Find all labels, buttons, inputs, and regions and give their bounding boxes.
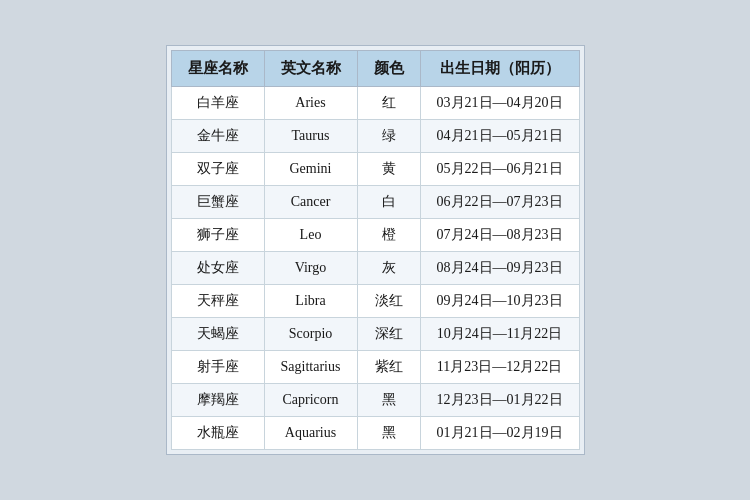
- cell-dates: 10月24日—11月22日: [420, 318, 579, 351]
- cell-dates: 03月21日—04月20日: [420, 87, 579, 120]
- cell-color: 黑: [357, 384, 420, 417]
- cell-english-name: Gemini: [264, 153, 357, 186]
- cell-english-name: Aquarius: [264, 417, 357, 450]
- header-english-name: 英文名称: [264, 51, 357, 87]
- table-row: 金牛座Taurus绿04月21日—05月21日: [171, 120, 579, 153]
- table-row: 处女座Virgo灰08月24日—09月23日: [171, 252, 579, 285]
- cell-chinese-name: 巨蟹座: [171, 186, 264, 219]
- header-dates: 出生日期（阳历）: [420, 51, 579, 87]
- cell-english-name: Cancer: [264, 186, 357, 219]
- header-chinese-name: 星座名称: [171, 51, 264, 87]
- cell-color: 深红: [357, 318, 420, 351]
- table-row: 狮子座Leo橙07月24日—08月23日: [171, 219, 579, 252]
- cell-dates: 05月22日—06月21日: [420, 153, 579, 186]
- cell-english-name: Leo: [264, 219, 357, 252]
- cell-english-name: Aries: [264, 87, 357, 120]
- cell-dates: 09月24日—10月23日: [420, 285, 579, 318]
- cell-chinese-name: 金牛座: [171, 120, 264, 153]
- cell-chinese-name: 处女座: [171, 252, 264, 285]
- cell-dates: 12月23日—01月22日: [420, 384, 579, 417]
- table-row: 双子座Gemini黄05月22日—06月21日: [171, 153, 579, 186]
- cell-color: 红: [357, 87, 420, 120]
- cell-color: 白: [357, 186, 420, 219]
- zodiac-table-container: 星座名称 英文名称 颜色 出生日期（阳历） 白羊座Aries红03月21日—04…: [166, 45, 585, 455]
- cell-chinese-name: 射手座: [171, 351, 264, 384]
- cell-english-name: Capricorn: [264, 384, 357, 417]
- cell-english-name: Scorpio: [264, 318, 357, 351]
- cell-color: 绿: [357, 120, 420, 153]
- table-row: 白羊座Aries红03月21日—04月20日: [171, 87, 579, 120]
- cell-dates: 07月24日—08月23日: [420, 219, 579, 252]
- cell-dates: 04月21日—05月21日: [420, 120, 579, 153]
- cell-chinese-name: 白羊座: [171, 87, 264, 120]
- cell-english-name: Libra: [264, 285, 357, 318]
- cell-english-name: Sagittarius: [264, 351, 357, 384]
- cell-dates: 11月23日—12月22日: [420, 351, 579, 384]
- cell-color: 黑: [357, 417, 420, 450]
- header-color: 颜色: [357, 51, 420, 87]
- cell-chinese-name: 双子座: [171, 153, 264, 186]
- cell-color: 橙: [357, 219, 420, 252]
- cell-dates: 01月21日—02月19日: [420, 417, 579, 450]
- cell-color: 黄: [357, 153, 420, 186]
- cell-chinese-name: 水瓶座: [171, 417, 264, 450]
- cell-english-name: Virgo: [264, 252, 357, 285]
- table-row: 巨蟹座Cancer白06月22日—07月23日: [171, 186, 579, 219]
- cell-chinese-name: 狮子座: [171, 219, 264, 252]
- table-row: 射手座Sagittarius紫红11月23日—12月22日: [171, 351, 579, 384]
- cell-color: 淡红: [357, 285, 420, 318]
- table-row: 摩羯座Capricorn黑12月23日—01月22日: [171, 384, 579, 417]
- cell-color: 灰: [357, 252, 420, 285]
- table-row: 水瓶座Aquarius黑01月21日—02月19日: [171, 417, 579, 450]
- cell-dates: 06月22日—07月23日: [420, 186, 579, 219]
- table-row: 天蝎座Scorpio深红10月24日—11月22日: [171, 318, 579, 351]
- cell-chinese-name: 天蝎座: [171, 318, 264, 351]
- cell-chinese-name: 摩羯座: [171, 384, 264, 417]
- cell-chinese-name: 天秤座: [171, 285, 264, 318]
- cell-color: 紫红: [357, 351, 420, 384]
- table-header-row: 星座名称 英文名称 颜色 出生日期（阳历）: [171, 51, 579, 87]
- cell-english-name: Taurus: [264, 120, 357, 153]
- table-row: 天秤座Libra淡红09月24日—10月23日: [171, 285, 579, 318]
- cell-dates: 08月24日—09月23日: [420, 252, 579, 285]
- zodiac-table: 星座名称 英文名称 颜色 出生日期（阳历） 白羊座Aries红03月21日—04…: [171, 50, 580, 450]
